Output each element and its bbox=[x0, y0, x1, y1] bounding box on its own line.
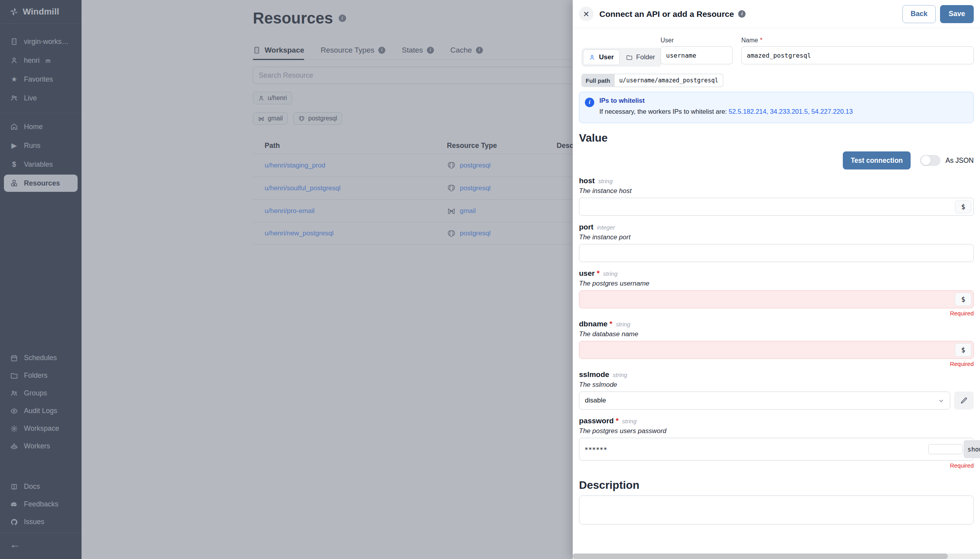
drawer-header: ✕ Connect an API or add a Resource i Bac… bbox=[573, 0, 980, 28]
drawer-overlay[interactable] bbox=[0, 0, 573, 559]
folder-icon bbox=[626, 54, 633, 61]
as-json-toggle[interactable] bbox=[920, 155, 940, 166]
field-name: password* bbox=[579, 417, 619, 425]
test-connection-row: Test connection As JSON bbox=[579, 151, 974, 169]
field-help: The instance port bbox=[579, 233, 974, 241]
name-field-label: Name* bbox=[741, 37, 762, 44]
edit-sslmode-button[interactable] bbox=[954, 391, 974, 410]
field-help: The postgres users password bbox=[579, 427, 974, 435]
field-type: string bbox=[598, 178, 613, 184]
field-name: dbname* bbox=[579, 320, 612, 328]
required-note: Required bbox=[579, 310, 974, 317]
field-type: string bbox=[622, 418, 637, 424]
info-icon[interactable]: i bbox=[738, 10, 746, 18]
scrollbar-thumb[interactable] bbox=[573, 554, 948, 559]
field-type: integer bbox=[597, 224, 615, 231]
required-note: Required bbox=[579, 462, 974, 469]
owner-kind-folder[interactable]: Folder bbox=[621, 49, 661, 65]
variable-picker-button[interactable]: $ bbox=[955, 343, 971, 357]
field-help: The sslmode bbox=[579, 381, 974, 389]
owner-username-input[interactable]: username bbox=[661, 46, 733, 64]
user-input[interactable] bbox=[579, 290, 974, 308]
segment-label: Folder bbox=[636, 53, 655, 61]
dbname-input[interactable] bbox=[579, 341, 974, 359]
field-password: password* string The postgres users pass… bbox=[579, 417, 974, 469]
show-password-button[interactable]: show bbox=[964, 440, 980, 458]
password-input[interactable] bbox=[579, 438, 974, 461]
close-icon[interactable]: ✕ bbox=[579, 7, 593, 21]
save-button[interactable]: Save bbox=[940, 5, 974, 23]
pencil-icon bbox=[960, 397, 968, 404]
port-input[interactable] bbox=[579, 244, 974, 262]
app-root: Windmill virgin-worksp... henri bbox=[0, 0, 980, 559]
field-name: sslmode bbox=[579, 370, 609, 379]
field-user: user* string The postgres username $ Req… bbox=[579, 269, 974, 317]
infobox-text: If necessary, the workers IPs to whiteli… bbox=[599, 108, 853, 115]
user-field-label: User bbox=[661, 37, 674, 44]
required-asterisk: * bbox=[760, 37, 762, 44]
password-mask: ****** bbox=[584, 446, 607, 453]
field-sslmode: sslmode string The sslmode disable bbox=[579, 370, 974, 410]
sslmode-select[interactable]: disable bbox=[579, 391, 950, 410]
required-note: Required bbox=[579, 361, 974, 367]
owner-kind-user[interactable]: User bbox=[583, 49, 620, 65]
infobox-title: IPs to whitelist bbox=[599, 97, 853, 104]
field-help: The database name bbox=[579, 330, 974, 338]
field-type: string bbox=[603, 270, 618, 277]
full-path-row: Full path u/username/amazed_postgresql bbox=[581, 74, 723, 87]
required-asterisk: * bbox=[597, 269, 599, 277]
label-text: Name bbox=[741, 37, 758, 44]
host-input[interactable] bbox=[579, 198, 974, 216]
field-name: user* bbox=[579, 269, 600, 278]
field-port: port integer The instance port bbox=[579, 223, 974, 262]
field-type: string bbox=[616, 321, 630, 328]
field-help: The instance host bbox=[579, 187, 974, 195]
infobox-body: If necessary, the workers IPs to whiteli… bbox=[599, 108, 727, 115]
as-json-label: As JSON bbox=[946, 157, 974, 165]
resource-drawer: ✕ Connect an API or add a Resource i Bac… bbox=[573, 0, 980, 559]
horizontal-scrollbar bbox=[573, 554, 980, 559]
drawer-body: User Folder User username Name* amazed_p… bbox=[573, 28, 980, 526]
selected-option: disable bbox=[585, 397, 606, 404]
info-icon: i bbox=[585, 98, 594, 107]
full-path-chip: Full path bbox=[581, 74, 615, 87]
required-asterisk: * bbox=[616, 417, 619, 425]
field-dbname: dbname* string The database name $ Requi… bbox=[579, 320, 974, 367]
field-host: host string The instance host $ bbox=[579, 177, 974, 216]
back-button[interactable]: Back bbox=[902, 5, 936, 23]
value-section-heading: Value bbox=[579, 132, 974, 144]
description-textarea[interactable] bbox=[579, 495, 974, 524]
description-section-heading: Description bbox=[579, 479, 974, 492]
whitelist-ips-links[interactable]: 52.5.182.214, 34.233.201.5, 54.227.220.1… bbox=[729, 108, 853, 115]
test-connection-button[interactable]: Test connection bbox=[843, 151, 911, 169]
toggle-knob bbox=[921, 156, 931, 165]
variable-picker-button[interactable]: $ bbox=[955, 293, 971, 306]
chevron-down-icon bbox=[938, 398, 944, 404]
user-icon bbox=[589, 54, 595, 61]
segment-label: User bbox=[599, 53, 614, 61]
full-path-value: u/username/amazed_postgresql bbox=[615, 74, 724, 87]
field-name: port bbox=[579, 223, 593, 231]
resource-name-input[interactable]: amazed_postgresql bbox=[741, 46, 974, 64]
ips-whitelist-infobox: i IPs to whitelist If necessary, the wor… bbox=[579, 92, 974, 123]
variable-picker-button[interactable]: $ bbox=[955, 200, 971, 213]
password-inner-box[interactable] bbox=[928, 444, 963, 454]
field-name: host bbox=[579, 177, 595, 185]
drawer-title: Connect an API or add a Resource bbox=[599, 9, 734, 19]
required-asterisk: * bbox=[610, 320, 612, 328]
owner-kind-toggle: User Folder bbox=[581, 48, 662, 67]
field-help: The postgres username bbox=[579, 280, 974, 288]
field-type: string bbox=[613, 371, 627, 378]
